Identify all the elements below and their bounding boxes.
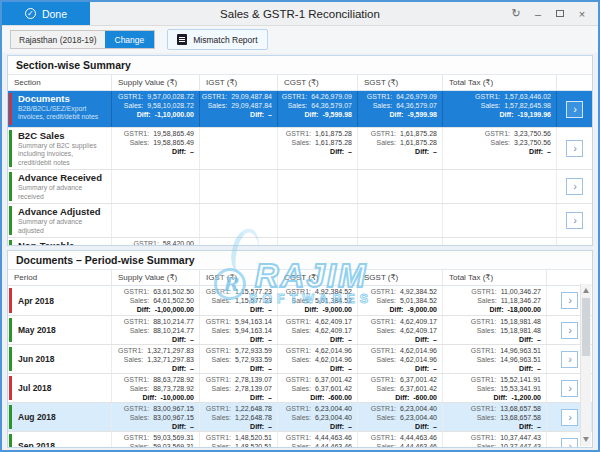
value-cell: GSTR1:1,22,648.78 Sales:1,22,648.78 Diff… xyxy=(200,403,278,431)
vertical-scrollbar[interactable] xyxy=(580,284,591,446)
section-row-advance-received[interactable]: Advance Received Summary of advance rece… xyxy=(8,169,592,203)
value-cell: GSTR1:4,92,384.52 Sales:5,01,384.52 Diff… xyxy=(278,286,358,315)
value-cell: GSTR1:15,18,981.48 Sales:15,18,981.48 Di… xyxy=(443,316,547,344)
column-header-spacer xyxy=(547,270,592,285)
report-icon xyxy=(177,34,187,45)
chevron-right-icon: › xyxy=(573,179,577,193)
row-open-button[interactable]: › xyxy=(561,292,578,309)
column-header-total-tax: Total Tax (₹) xyxy=(443,270,547,285)
period-row-apr-2018[interactable]: Apr 2018 GSTR1:63,61,502.50 Sales:64,61,… xyxy=(8,286,592,315)
section-row-description: Summary of advance received xyxy=(18,184,106,201)
value-cell: GSTR1:5,94,163.14 Sales:5,94,163.14 Diff… xyxy=(200,316,278,344)
section-row-title: Non-Taxable xyxy=(18,240,106,246)
value-cell: GSTR1:4,62,014.96 Sales:4,62,014.96 Diff… xyxy=(278,345,358,373)
value-cell xyxy=(200,204,278,237)
minimize-icon[interactable]: – xyxy=(530,6,546,22)
chevron-right-icon: › xyxy=(573,213,577,227)
chevron-right-icon: › xyxy=(568,293,572,307)
period-label: Aug 2018 xyxy=(8,403,112,431)
value-cell: GSTR1:6,37,001.42 Sales:6,37,601.42 Diff… xyxy=(278,374,358,402)
section-name-cell: Advance Adjusted Summary of advance adju… xyxy=(8,204,112,237)
value-cell: GSTR1:64,26,979.09 Sales:64,36,579.07 Di… xyxy=(278,91,358,127)
period-row-sep-2018[interactable]: Sep 2018 GSTR1:59,03,569.31 Sales:59,03,… xyxy=(8,431,592,448)
column-header-cgst: CGST (₹) xyxy=(278,270,358,285)
value-cell xyxy=(278,170,358,203)
section-name-cell: Advance Received Summary of advance rece… xyxy=(8,170,112,203)
section-row-b2c-sales[interactable]: B2C Sales Summary of B2C supplies includ… xyxy=(8,127,592,169)
chevron-cell: › xyxy=(557,204,592,237)
mismatch-report-button[interactable]: Mismatch Report xyxy=(167,29,267,50)
value-cell: GSTR1:83,00,967.15 Sales:83,00,967.15 Di… xyxy=(112,403,200,431)
scroll-down-icon[interactable] xyxy=(583,437,589,442)
close-icon[interactable]: × xyxy=(574,6,590,22)
period-row-jul-2018[interactable]: Jul 2018 GSTR1:88,63,728.92 Sales:88,73,… xyxy=(8,373,592,402)
row-open-button[interactable]: › xyxy=(566,140,583,157)
value-cell: GSTR1:10,37,447.43 Sales:10,37,447.43 Di… xyxy=(443,432,547,448)
column-header-supply-value: Supply Value (₹) xyxy=(112,75,200,90)
scroll-up-icon[interactable] xyxy=(583,288,589,293)
mismatch-report-label: Mismatch Report xyxy=(193,35,257,45)
column-header-igst: IGST (₹) xyxy=(200,75,278,90)
refresh-icon[interactable]: ↻ xyxy=(508,6,524,22)
value-cell: GSTR1:4,92,384.52 Sales:5,01,384.52 Diff… xyxy=(358,286,443,315)
value-cell xyxy=(358,170,443,203)
value-cell: GSTR1:4,62,409.17 Sales:4,62,409.17 Diff… xyxy=(358,316,443,344)
period-row-may-2018[interactable]: May 2018 GSTR1:88,10,214.77 Sales:88,10,… xyxy=(8,315,592,344)
row-open-button[interactable]: › xyxy=(566,178,583,195)
section-wise-summary-panel: Section-wise Summary SectionSupply Value… xyxy=(7,55,593,246)
row-open-button[interactable]: › xyxy=(566,212,583,229)
chevron-cell: › xyxy=(557,91,592,127)
value-cell xyxy=(278,238,358,246)
value-cell: GSTR1:14,96,963.51 Sales:14,96,963.51 Di… xyxy=(443,345,547,373)
chevron-right-icon: › xyxy=(573,102,577,116)
column-header-igst: IGST (₹) xyxy=(200,270,278,285)
value-cell: GSTR1:59,03,569.31 Sales:59,03,569.31 Di… xyxy=(112,432,200,448)
row-open-button[interactable]: › xyxy=(561,409,578,426)
section-name-cell: B2C Sales Summary of B2C supplies includ… xyxy=(8,128,112,169)
section-row-title: B2C Sales xyxy=(18,130,106,142)
section-summary-title: Section-wise Summary xyxy=(8,56,592,74)
value-cell: GSTR1:15,52,141.91 Sales:15,53,341.91 Di… xyxy=(443,374,547,402)
scrollbar-thumb[interactable] xyxy=(582,298,590,356)
row-open-button[interactable]: › xyxy=(561,322,578,339)
section-row-title: Advance Adjusted xyxy=(18,206,106,218)
value-cell xyxy=(358,204,443,237)
value-cell xyxy=(112,204,200,237)
period-row-jun-2018[interactable]: Jun 2018 GSTR1:1,32,71,297.83 Sales:1,32… xyxy=(8,344,592,373)
toolbar: Rajasthan (2018-19) Change Mismatch Repo… xyxy=(2,26,598,53)
value-cell: GSTR1:88,63,728.92 Sales:88,73,728.92 Di… xyxy=(112,374,200,402)
section-row-documents[interactable]: Documents B2B/B2CL/SEZ/Export invoices, … xyxy=(8,91,592,127)
value-cell xyxy=(358,238,443,246)
period-table-header: PeriodSupply Value (₹)IGST (₹)CGST (₹)SG… xyxy=(8,269,592,286)
value-cell: GSTR1:4,62,409.17 Sales:4,62,409.17 Diff… xyxy=(278,316,358,344)
value-cell: GSTR1:3,23,750.56 Sales:3,23,750.56 Diff… xyxy=(443,128,557,169)
value-cell: GSTR1:6,37,001.42 Sales:6,37,601.42 Diff… xyxy=(358,374,443,402)
period-label: Sep 2018 xyxy=(8,432,112,448)
change-button[interactable]: Change xyxy=(105,31,155,48)
section-row-description: B2B/B2CL/SEZ/Export invoices, credit/deb… xyxy=(18,105,106,122)
value-cell xyxy=(200,170,278,203)
period-label: Apr 2018 xyxy=(8,286,112,315)
row-open-button[interactable]: › xyxy=(561,351,578,368)
row-open-button[interactable]: › xyxy=(561,380,578,397)
section-row-title: Documents xyxy=(18,93,106,105)
row-open-button[interactable]: › xyxy=(561,438,578,449)
section-row-non-taxable[interactable]: Non-Taxable Summary of exempt, nil-rated… xyxy=(8,237,592,246)
done-button[interactable]: ✓ Done xyxy=(2,2,90,25)
column-header-supply-value: Supply Value (₹) xyxy=(112,270,200,285)
value-cell: GSTR1:5,72,933.59 Sales:5,72,933.59 Diff… xyxy=(200,345,278,373)
value-cell: GSTR1:88,10,214.77 Sales:88,10,214.77 Di… xyxy=(112,316,200,344)
value-cell: GSTR1:1,15,577.23 Sales:1,15,577.23 Diff… xyxy=(200,286,278,315)
row-open-button[interactable]: › xyxy=(566,101,583,118)
period-row-aug-2018[interactable]: Aug 2018 GSTR1:83,00,967.15 Sales:83,00,… xyxy=(8,402,592,431)
column-header-period: Period xyxy=(8,270,112,285)
section-row-advance-adjusted[interactable]: Advance Adjusted Summary of advance adju… xyxy=(8,203,592,237)
done-label: Done xyxy=(42,8,67,20)
value-cell xyxy=(278,204,358,237)
title-bar: ✓ Done Sales & GSTR-1 Reconciliation ↻ –… xyxy=(2,2,598,26)
value-cell: GSTR1:4,44,463.46 Sales:4,44,463.46 Diff… xyxy=(358,432,443,448)
section-name-cell: Non-Taxable Summary of exempt, nil-rated… xyxy=(8,238,112,246)
period-label: Jun 2018 xyxy=(8,345,112,373)
value-cell xyxy=(200,128,278,169)
maximize-icon[interactable] xyxy=(552,6,568,22)
